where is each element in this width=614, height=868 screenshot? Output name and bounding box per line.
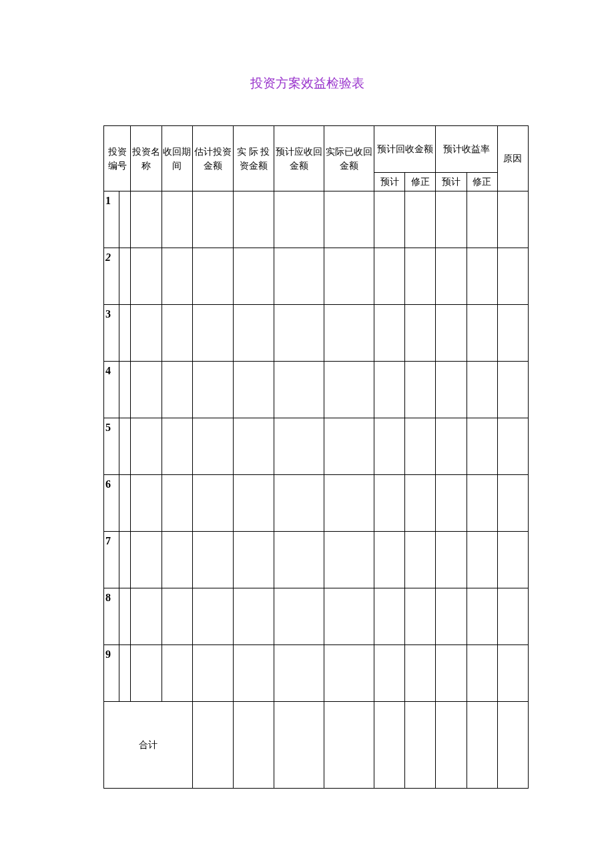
cell [467, 532, 497, 588]
cell [131, 362, 162, 418]
cell [405, 475, 436, 532]
cell [274, 645, 324, 702]
cell [324, 191, 374, 248]
cell [497, 532, 528, 588]
cell [374, 248, 405, 305]
cell [274, 475, 324, 532]
total-label: 合计 [104, 702, 193, 789]
cell [192, 362, 233, 418]
cell [405, 588, 436, 645]
cell [467, 362, 497, 418]
cell [192, 475, 233, 532]
cell [497, 191, 528, 248]
cell [274, 418, 324, 475]
row-number: 4 [104, 362, 119, 418]
cell [274, 248, 324, 305]
table-row: 1 [104, 191, 529, 248]
cell [436, 305, 467, 362]
cell [274, 305, 324, 362]
cell [324, 532, 374, 588]
cell [131, 305, 162, 362]
page-title: 投资方案效益检验表 [0, 0, 614, 125]
header-actual-investment: 实 际 投资金额 [233, 126, 274, 191]
cell [233, 702, 274, 789]
row-number: 5 [104, 418, 119, 475]
cell [192, 248, 233, 305]
cell [324, 645, 374, 702]
cell [192, 418, 233, 475]
header-invest-name: 投资名称 [131, 126, 162, 191]
header-estimated-investment: 估计投资金额 [192, 126, 233, 191]
cell [274, 191, 324, 248]
row-number: 6 [104, 475, 119, 532]
cell [324, 362, 374, 418]
cell [162, 532, 192, 588]
cell [467, 588, 497, 645]
cell [436, 532, 467, 588]
cell [467, 191, 497, 248]
cell [233, 645, 274, 702]
cell [405, 248, 436, 305]
cell [436, 645, 467, 702]
cell [497, 418, 528, 475]
row-number: 8 [104, 588, 119, 645]
cell [467, 702, 497, 789]
cell [374, 305, 405, 362]
cell [436, 702, 467, 789]
cell [119, 418, 131, 475]
cell [436, 475, 467, 532]
table-row: 5 [104, 418, 529, 475]
cell [497, 305, 528, 362]
cell [162, 588, 192, 645]
cell [405, 191, 436, 248]
cell [131, 645, 162, 702]
cell [467, 305, 497, 362]
header-recovery-period: 收回期间 [162, 126, 192, 191]
cell [274, 532, 324, 588]
cell [497, 645, 528, 702]
cell [119, 588, 131, 645]
cell [131, 588, 162, 645]
cell [405, 645, 436, 702]
row-number: 1 [104, 191, 119, 248]
table-row: 2 [104, 248, 529, 305]
table-row: 7 [104, 532, 529, 588]
cell [497, 702, 528, 789]
cell [131, 532, 162, 588]
header-actual-recovery: 实际已收回金额 [324, 126, 374, 191]
cell [374, 475, 405, 532]
header-invest-number: 投资编号 [104, 126, 131, 191]
header-expected-yield-rate: 预计收益率 [436, 126, 497, 173]
cell [324, 588, 374, 645]
cell [119, 645, 131, 702]
row-number: 9 [104, 645, 119, 702]
cell [119, 362, 131, 418]
cell [467, 475, 497, 532]
cell [374, 418, 405, 475]
cell [374, 702, 405, 789]
table-row: 4 [104, 362, 529, 418]
cell [192, 702, 233, 789]
row-number: 2 [104, 248, 119, 305]
cell [405, 532, 436, 588]
cell [233, 305, 274, 362]
cell [374, 532, 405, 588]
cell [405, 362, 436, 418]
cell [192, 532, 233, 588]
investment-table: 投资编号 投资名称 收回期间 估计投资金额 实 际 投资金额 预计应收回金额 实… [103, 125, 529, 789]
subheader-revised-1: 修正 [405, 173, 436, 191]
cell [324, 475, 374, 532]
cell [467, 418, 497, 475]
total-row: 合计 [104, 702, 529, 789]
cell [119, 532, 131, 588]
cell [374, 588, 405, 645]
table-row: 6 [104, 475, 529, 532]
cell [497, 475, 528, 532]
cell [162, 191, 192, 248]
cell [467, 645, 497, 702]
cell [436, 248, 467, 305]
cell [131, 475, 162, 532]
cell [497, 248, 528, 305]
cell [274, 588, 324, 645]
cell [374, 191, 405, 248]
